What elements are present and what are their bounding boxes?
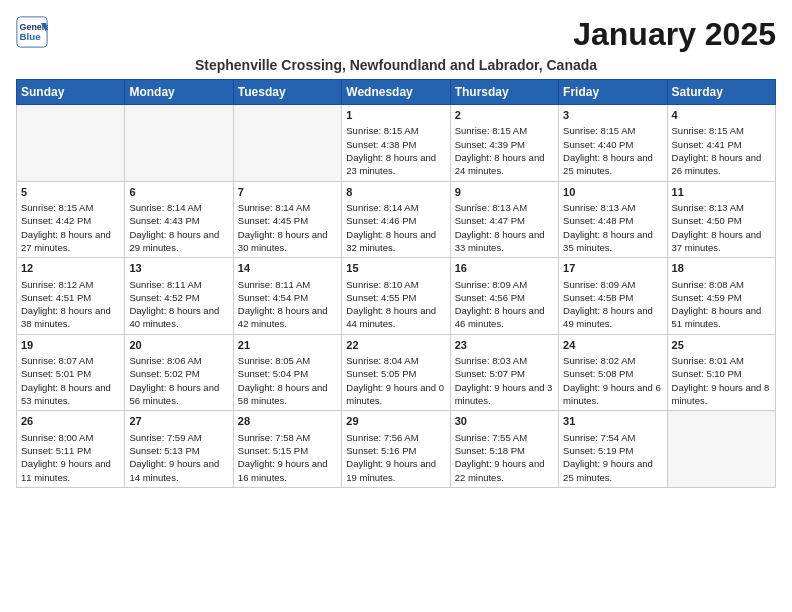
day-info: Sunrise: 8:05 AMSunset: 5:04 PMDaylight:… xyxy=(238,354,337,407)
calendar-cell: 12Sunrise: 8:12 AMSunset: 4:51 PMDayligh… xyxy=(17,258,125,335)
day-info: Sunrise: 8:09 AMSunset: 4:56 PMDaylight:… xyxy=(455,278,554,331)
weekday-header-friday: Friday xyxy=(559,80,667,105)
day-info: Sunrise: 8:04 AMSunset: 5:05 PMDaylight:… xyxy=(346,354,445,407)
day-info: Sunrise: 8:13 AMSunset: 4:48 PMDaylight:… xyxy=(563,201,662,254)
calendar-cell: 7Sunrise: 8:14 AMSunset: 4:45 PMDaylight… xyxy=(233,181,341,258)
daylight-label: Daylight: xyxy=(21,458,58,469)
weekday-header-thursday: Thursday xyxy=(450,80,558,105)
sunrise-label: Sunrise: xyxy=(238,202,273,213)
day-info: Sunrise: 8:02 AMSunset: 5:08 PMDaylight:… xyxy=(563,354,662,407)
calendar-cell xyxy=(17,105,125,182)
daylight-label: Daylight: xyxy=(455,382,492,393)
daylight-label: Daylight: xyxy=(672,305,709,316)
sunrise-label: Sunrise: xyxy=(346,125,381,136)
sunrise-label: Sunrise: xyxy=(563,432,598,443)
day-info: Sunrise: 8:14 AMSunset: 4:43 PMDaylight:… xyxy=(129,201,228,254)
daylight-label: Daylight: xyxy=(129,229,166,240)
sunset-label: Sunset: xyxy=(672,139,704,150)
day-info: Sunrise: 8:08 AMSunset: 4:59 PMDaylight:… xyxy=(672,278,771,331)
calendar-cell: 25Sunrise: 8:01 AMSunset: 5:10 PMDayligh… xyxy=(667,334,775,411)
sunset-label: Sunset: xyxy=(238,292,270,303)
daylight-label: Daylight: xyxy=(346,382,383,393)
daylight-label: Daylight: xyxy=(346,458,383,469)
calendar-cell: 2Sunrise: 8:15 AMSunset: 4:39 PMDaylight… xyxy=(450,105,558,182)
sunrise-label: Sunrise: xyxy=(455,432,490,443)
calendar-cell: 5Sunrise: 8:15 AMSunset: 4:42 PMDaylight… xyxy=(17,181,125,258)
sunset-label: Sunset: xyxy=(129,292,161,303)
sunrise-label: Sunrise: xyxy=(672,125,707,136)
sunrise-label: Sunrise: xyxy=(346,355,381,366)
calendar-cell: 28Sunrise: 7:58 AMSunset: 5:15 PMDayligh… xyxy=(233,411,341,488)
day-number: 10 xyxy=(563,185,662,200)
daylight-label: Daylight: xyxy=(455,305,492,316)
sunset-label: Sunset: xyxy=(672,368,704,379)
daylight-label: Daylight: xyxy=(563,229,600,240)
sunrise-label: Sunrise: xyxy=(238,432,273,443)
calendar-cell: 14Sunrise: 8:11 AMSunset: 4:54 PMDayligh… xyxy=(233,258,341,335)
sunrise-label: Sunrise: xyxy=(238,279,273,290)
day-info: Sunrise: 8:14 AMSunset: 4:45 PMDaylight:… xyxy=(238,201,337,254)
day-info: Sunrise: 8:15 AMSunset: 4:41 PMDaylight:… xyxy=(672,124,771,177)
day-info: Sunrise: 8:15 AMSunset: 4:38 PMDaylight:… xyxy=(346,124,445,177)
sunset-label: Sunset: xyxy=(346,292,378,303)
day-info: Sunrise: 8:11 AMSunset: 4:52 PMDaylight:… xyxy=(129,278,228,331)
logo: General Blue xyxy=(16,16,48,48)
daylight-label: Daylight: xyxy=(129,305,166,316)
day-info: Sunrise: 8:07 AMSunset: 5:01 PMDaylight:… xyxy=(21,354,120,407)
day-info: Sunrise: 8:10 AMSunset: 4:55 PMDaylight:… xyxy=(346,278,445,331)
daylight-label: Daylight: xyxy=(21,229,58,240)
sunset-label: Sunset: xyxy=(21,368,53,379)
calendar-cell: 30Sunrise: 7:55 AMSunset: 5:18 PMDayligh… xyxy=(450,411,558,488)
day-number: 15 xyxy=(346,261,445,276)
day-info: Sunrise: 7:56 AMSunset: 5:16 PMDaylight:… xyxy=(346,431,445,484)
sunset-label: Sunset: xyxy=(563,445,595,456)
svg-text:Blue: Blue xyxy=(20,31,42,42)
sunrise-label: Sunrise: xyxy=(129,432,164,443)
sunrise-label: Sunrise: xyxy=(129,279,164,290)
day-number: 26 xyxy=(21,414,120,429)
weekday-header-tuesday: Tuesday xyxy=(233,80,341,105)
day-info: Sunrise: 8:13 AMSunset: 4:50 PMDaylight:… xyxy=(672,201,771,254)
daylight-label: Daylight: xyxy=(21,382,58,393)
calendar-cell xyxy=(667,411,775,488)
header-row: General Blue January 2025 xyxy=(16,16,776,53)
sunrise-label: Sunrise: xyxy=(238,355,273,366)
calendar-cell: 3Sunrise: 8:15 AMSunset: 4:40 PMDaylight… xyxy=(559,105,667,182)
day-number: 17 xyxy=(563,261,662,276)
day-info: Sunrise: 7:59 AMSunset: 5:13 PMDaylight:… xyxy=(129,431,228,484)
calendar-cell: 15Sunrise: 8:10 AMSunset: 4:55 PMDayligh… xyxy=(342,258,450,335)
page-container: General Blue January 2025 Stephenville C… xyxy=(0,0,792,496)
daylight-label: Daylight: xyxy=(238,229,275,240)
calendar-cell: 22Sunrise: 8:04 AMSunset: 5:05 PMDayligh… xyxy=(342,334,450,411)
sunrise-label: Sunrise: xyxy=(563,125,598,136)
calendar-cell: 31Sunrise: 7:54 AMSunset: 5:19 PMDayligh… xyxy=(559,411,667,488)
daylight-label: Daylight: xyxy=(563,152,600,163)
daylight-label: Daylight: xyxy=(672,229,709,240)
day-number: 16 xyxy=(455,261,554,276)
day-info: Sunrise: 8:14 AMSunset: 4:46 PMDaylight:… xyxy=(346,201,445,254)
daylight-label: Daylight: xyxy=(129,382,166,393)
calendar-cell: 21Sunrise: 8:05 AMSunset: 5:04 PMDayligh… xyxy=(233,334,341,411)
sunset-label: Sunset: xyxy=(238,368,270,379)
day-info: Sunrise: 7:55 AMSunset: 5:18 PMDaylight:… xyxy=(455,431,554,484)
sunrise-label: Sunrise: xyxy=(21,432,56,443)
daylight-label: Daylight: xyxy=(129,458,166,469)
sunset-label: Sunset: xyxy=(21,292,53,303)
sunrise-label: Sunrise: xyxy=(21,279,56,290)
calendar-cell: 24Sunrise: 8:02 AMSunset: 5:08 PMDayligh… xyxy=(559,334,667,411)
day-info: Sunrise: 8:03 AMSunset: 5:07 PMDaylight:… xyxy=(455,354,554,407)
sunset-label: Sunset: xyxy=(238,215,270,226)
sunrise-label: Sunrise: xyxy=(129,355,164,366)
calendar-cell: 18Sunrise: 8:08 AMSunset: 4:59 PMDayligh… xyxy=(667,258,775,335)
day-number: 24 xyxy=(563,338,662,353)
daylight-label: Daylight: xyxy=(346,229,383,240)
calendar-cell: 8Sunrise: 8:14 AMSunset: 4:46 PMDaylight… xyxy=(342,181,450,258)
sunrise-label: Sunrise: xyxy=(21,202,56,213)
calendar-cell: 10Sunrise: 8:13 AMSunset: 4:48 PMDayligh… xyxy=(559,181,667,258)
day-number: 21 xyxy=(238,338,337,353)
daylight-label: Daylight: xyxy=(672,382,709,393)
daylight-label: Daylight: xyxy=(346,305,383,316)
sunset-label: Sunset: xyxy=(21,445,53,456)
day-info: Sunrise: 8:15 AMSunset: 4:42 PMDaylight:… xyxy=(21,201,120,254)
daylight-label: Daylight: xyxy=(21,305,58,316)
